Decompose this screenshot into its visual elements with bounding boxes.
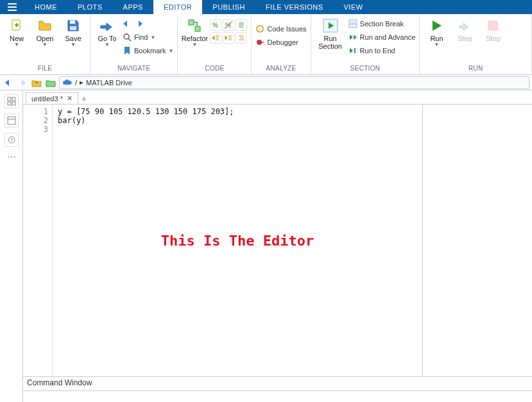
side-tool-workspace[interactable] [4, 113, 19, 128]
svg-rect-0 [8, 3, 17, 4]
code-editor[interactable]: y = [75 90 105 120.5 130 150 175 203]; b… [53, 105, 423, 376]
run-section-button[interactable]: Run Section [315, 17, 346, 50]
top-tab-home[interactable]: HOME [24, 0, 67, 14]
stop-label: Stop [486, 35, 501, 42]
debugger-label: Debugger [267, 38, 298, 46]
code-tool-6[interactable] [236, 32, 247, 44]
stop-button[interactable]: Stop [480, 17, 506, 42]
folder-gear-icon [46, 78, 56, 87]
svg-rect-8 [189, 20, 194, 25]
nav-forward-button[interactable] [17, 77, 28, 88]
dropdown-caret-icon: ▼ [71, 44, 76, 47]
svg-rect-9 [195, 26, 200, 31]
arrow-right-icon [18, 79, 27, 87]
breadcrumb-sep: / [75, 79, 77, 87]
code-tool-2[interactable]: % [223, 19, 234, 31]
svg-point-15 [257, 40, 262, 45]
dropdown-caret-icon: ▼ [14, 44, 19, 47]
section-break-button[interactable]: Section Break [348, 18, 416, 29]
svg-rect-23 [8, 102, 11, 105]
debugger-button[interactable]: Debugger [255, 37, 306, 48]
top-tab-view[interactable]: VIEW [334, 0, 373, 14]
save-button[interactable]: Save ▼ [60, 17, 86, 47]
clock-icon [7, 135, 16, 144]
bookmark-button[interactable]: Bookmark ▼ [123, 45, 173, 56]
command-window-title[interactable]: Command Window [23, 376, 532, 390]
svg-rect-5 [70, 26, 76, 30]
close-tab-icon[interactable]: ✕ [67, 94, 73, 103]
arrow-left-icon [4, 79, 13, 87]
run-section-icon [322, 18, 339, 33]
svg-rect-17 [349, 20, 357, 23]
hamburger-menu[interactable] [0, 0, 24, 14]
indent-icon [212, 34, 219, 42]
svg-rect-1 [8, 6, 17, 8]
open-folder-icon [37, 18, 53, 33]
folder-up-icon [31, 78, 42, 87]
find-button[interactable]: Find ▼ [123, 31, 173, 43]
wrap-icon [237, 21, 245, 29]
breadcrumb-sep-icon: ▸ [80, 78, 83, 87]
side-tool-history[interactable] [4, 133, 19, 147]
save-icon [65, 18, 81, 33]
path-breadcrumb[interactable]: / ▸ MATLAB Drive [59, 76, 529, 89]
section-break-label: Section Break [360, 20, 404, 28]
file-tab-name: untitled3 * [31, 95, 63, 103]
group-label-section: SECTION [315, 63, 416, 74]
dropdown-caret-icon: ▼ [169, 48, 174, 54]
top-tab-publish[interactable]: PUBLISH [202, 0, 255, 14]
new-file-icon [9, 18, 24, 33]
debugger-icon [255, 38, 264, 47]
line-number-gutter: 1 2 3 [27, 105, 53, 376]
top-tab-file-versions[interactable]: FILE VERSIONS [255, 0, 334, 14]
code-issues-label: Code Issues [267, 25, 306, 33]
run-to-end-button[interactable]: Run to End [348, 45, 416, 56]
top-tab-apps[interactable]: APPS [113, 0, 153, 14]
percent-icon: % [212, 21, 219, 29]
svg-text:!: ! [259, 26, 260, 32]
dropdown-caret-icon: ▼ [105, 44, 110, 47]
search-icon [123, 33, 132, 42]
open-button[interactable]: Open ▼ [32, 17, 58, 47]
step-icon [457, 18, 472, 33]
svg-rect-19 [354, 48, 356, 53]
run-and-advance-label: Run and Advance [360, 33, 416, 41]
file-tab[interactable]: untitled3 * ✕ [26, 92, 78, 104]
cloud-icon [62, 79, 73, 87]
folder-browse-button[interactable] [45, 77, 56, 88]
side-tool-files[interactable] [4, 94, 19, 108]
new-button[interactable]: New ▼ [4, 17, 30, 47]
code-tool-5[interactable] [223, 32, 234, 44]
side-tool-more[interactable]: ⋯ [7, 152, 16, 162]
svg-line-7 [128, 38, 131, 41]
svg-rect-18 [349, 24, 357, 28]
code-tool-3[interactable] [236, 19, 247, 31]
code-tool-4[interactable] [210, 32, 221, 44]
code-tool-1[interactable]: % [210, 19, 221, 31]
refactor-button[interactable]: Refactor ▼ [182, 17, 207, 47]
play-icon [429, 18, 444, 33]
step-button[interactable]: Step [452, 17, 477, 42]
svg-rect-22 [12, 97, 15, 101]
run-to-end-label: Run to End [360, 47, 395, 54]
top-tab-plots[interactable]: PLOTS [67, 0, 113, 14]
add-tab-button[interactable]: + [78, 94, 90, 104]
bookmark-label: Bookmark [134, 47, 166, 54]
group-label-navigate: NAVIGATE [94, 63, 173, 74]
line-number: 3 [27, 125, 48, 134]
nav-back-button[interactable] [3, 77, 14, 88]
line-number: 2 [27, 116, 48, 125]
folder-up-button[interactable] [31, 77, 42, 88]
percent-strike-icon: % [225, 21, 232, 29]
command-window[interactable] [23, 390, 532, 402]
svg-point-6 [124, 34, 129, 39]
run-button[interactable]: Run ▼ [424, 17, 449, 47]
section-break-icon [348, 19, 357, 28]
nav-back-forward[interactable] [123, 18, 173, 29]
code-issues-icon: ! [255, 24, 264, 33]
code-issues-button[interactable]: ! Code Issues [255, 23, 306, 35]
goto-icon [99, 18, 116, 33]
top-tab-editor[interactable]: EDITOR [153, 0, 202, 14]
run-and-advance-button[interactable]: Run and Advance [348, 31, 416, 43]
goto-button[interactable]: Go To ▼ [94, 17, 120, 47]
